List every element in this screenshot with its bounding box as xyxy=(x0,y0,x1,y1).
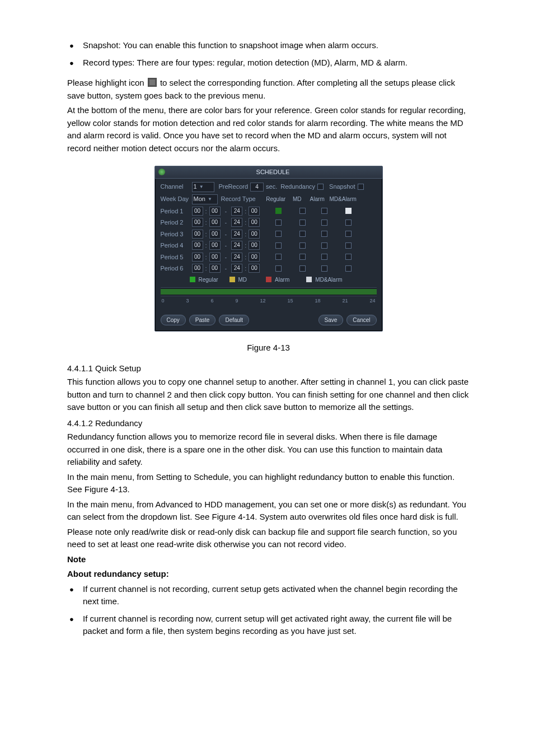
legend-md: MD xyxy=(238,276,247,284)
md-checkbox[interactable] xyxy=(299,242,306,249)
alarm-checkbox[interactable] xyxy=(321,265,327,272)
snapshot-label: Snapshot xyxy=(329,182,355,192)
timeline-ticks: 03691215182124 xyxy=(161,297,377,310)
md-checkbox[interactable] xyxy=(299,208,306,214)
tick-label: 15 xyxy=(287,297,293,305)
prerecord-input[interactable]: 4 xyxy=(250,183,264,192)
mdalarm-checkbox[interactable] xyxy=(345,220,352,226)
period-end-min[interactable]: 00 xyxy=(249,207,260,216)
mdalarm-checkbox[interactable] xyxy=(345,265,352,272)
period-start-min[interactable]: 00 xyxy=(209,253,221,262)
period-end-min[interactable]: 00 xyxy=(249,253,260,262)
tick-label: 3 xyxy=(186,297,189,305)
period-end-min[interactable]: 00 xyxy=(249,241,260,250)
md-checkbox[interactable] xyxy=(299,231,306,237)
dialog-title: SCHEDULE xyxy=(167,167,379,177)
paragraph: Please note only read/write disk or read… xyxy=(67,526,470,551)
period-start-hour[interactable]: 00 xyxy=(192,241,203,250)
legend-regular: Regular xyxy=(199,276,218,284)
regular-checkbox[interactable] xyxy=(275,220,282,226)
alarm-checkbox[interactable] xyxy=(321,231,327,237)
period-start-min[interactable]: 00 xyxy=(209,241,221,250)
period-start-hour[interactable]: 00 xyxy=(192,253,203,262)
period-end-hour[interactable]: 24 xyxy=(231,218,242,227)
paragraph: In the main menu, from Setting to Schedu… xyxy=(67,471,470,496)
col-regular: Regular xyxy=(264,195,288,203)
mdalarm-checkbox[interactable] xyxy=(345,242,352,249)
period-end-min[interactable]: 00 xyxy=(249,218,260,227)
list-item: Snapshot: You can enable this function t… xyxy=(67,39,470,52)
section-title-redundancy: 4.4.1.2 Redundancy xyxy=(67,417,470,430)
period-start-min[interactable]: 00 xyxy=(209,264,221,273)
tick-label: 9 xyxy=(235,297,238,305)
period-end-hour[interactable]: 24 xyxy=(231,241,242,250)
period-label: Period 1 xyxy=(161,207,190,216)
highlight-icon xyxy=(148,78,157,87)
channel-select[interactable]: 1▼ xyxy=(192,182,214,192)
tick-label: 12 xyxy=(260,297,265,305)
period-end-hour[interactable]: 24 xyxy=(231,253,242,262)
col-alarm: Alarm xyxy=(306,195,329,203)
alarm-checkbox[interactable] xyxy=(321,242,327,249)
redundancy-checkbox[interactable] xyxy=(317,184,324,190)
legend: Regular MD Alarm MD&Alarm xyxy=(190,276,377,284)
tick-label: 21 xyxy=(342,297,348,305)
mdalarm-checkbox[interactable] xyxy=(345,254,352,260)
list-item: If current channel is not recording, cur… xyxy=(67,583,470,608)
default-button[interactable]: Default xyxy=(219,315,249,325)
copy-button[interactable]: Copy xyxy=(161,315,186,325)
period-start-hour[interactable]: 00 xyxy=(192,230,203,239)
alarm-checkbox[interactable] xyxy=(321,254,327,260)
tick-label: 0 xyxy=(162,297,165,305)
regular-checkbox[interactable] xyxy=(275,231,282,237)
period-start-min[interactable]: 00 xyxy=(209,230,221,239)
period-start-min[interactable]: 00 xyxy=(209,218,221,227)
period-label: Period 2 xyxy=(161,218,190,227)
period-start-hour[interactable]: 00 xyxy=(192,264,203,273)
regular-checkbox[interactable] xyxy=(275,254,282,260)
regular-checkbox[interactable] xyxy=(275,208,282,214)
period-row: Period 500:00-24:00 xyxy=(161,253,377,262)
legend-swatch-alarm xyxy=(266,277,271,282)
weekday-select[interactable]: Mon▼ xyxy=(192,194,218,204)
cancel-button[interactable]: Cancel xyxy=(346,315,376,325)
period-end-min[interactable]: 00 xyxy=(249,230,260,239)
period-start-hour[interactable]: 00 xyxy=(192,218,203,227)
period-end-min[interactable]: 00 xyxy=(249,264,260,273)
save-button[interactable]: Save xyxy=(318,315,344,325)
section-title-quicksetup: 4.4.1.1 Quick Setup xyxy=(67,362,470,375)
period-start-hour[interactable]: 00 xyxy=(192,207,203,216)
paragraph: Redundancy function allows you to memori… xyxy=(67,431,470,469)
schedule-dialog: SCHEDULE Channel 1▼ PreRecord 4 sec. Red… xyxy=(154,166,383,332)
recordtype-label: Record Type xyxy=(221,194,256,204)
alarm-checkbox[interactable] xyxy=(321,220,327,226)
about-heading: About redundancy setup: xyxy=(67,568,470,581)
period-end-hour[interactable]: 24 xyxy=(231,230,242,239)
period-label: Period 5 xyxy=(161,253,190,262)
regular-checkbox[interactable] xyxy=(275,265,282,272)
legend-mdalarm: MD&Alarm xyxy=(315,276,342,284)
paste-button[interactable]: Paste xyxy=(189,315,216,325)
dialog-titlebar: SCHEDULE xyxy=(155,166,382,179)
md-checkbox[interactable] xyxy=(299,265,306,272)
text-fragment: Please highlight icon xyxy=(67,78,147,87)
col-md: MD xyxy=(288,195,306,203)
mdalarm-checkbox[interactable] xyxy=(345,208,352,214)
timeline-bar xyxy=(161,287,377,296)
snapshot-checkbox[interactable] xyxy=(358,184,364,190)
period-start-min[interactable]: 00 xyxy=(209,207,221,216)
weekday-value: Mon xyxy=(194,194,205,204)
period-row: Period 200:00-24:00 xyxy=(161,218,377,227)
prerecord-label: PreRecord xyxy=(219,182,249,192)
mdalarm-checkbox[interactable] xyxy=(345,231,352,237)
tick-label: 24 xyxy=(369,297,375,305)
md-checkbox[interactable] xyxy=(299,220,306,226)
period-end-hour[interactable]: 24 xyxy=(231,264,242,273)
period-end-hour[interactable]: 24 xyxy=(231,207,242,216)
period-label: Period 6 xyxy=(161,264,190,273)
note-heading: Note xyxy=(67,553,470,566)
regular-checkbox[interactable] xyxy=(275,242,282,249)
alarm-checkbox[interactable] xyxy=(321,208,327,214)
period-row: Period 300:00-24:00 xyxy=(161,230,377,239)
md-checkbox[interactable] xyxy=(299,254,306,260)
